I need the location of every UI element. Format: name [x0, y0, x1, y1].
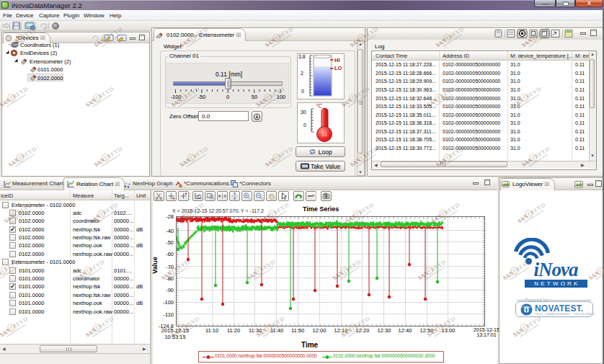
svg-text:31: 31: [321, 131, 328, 138]
